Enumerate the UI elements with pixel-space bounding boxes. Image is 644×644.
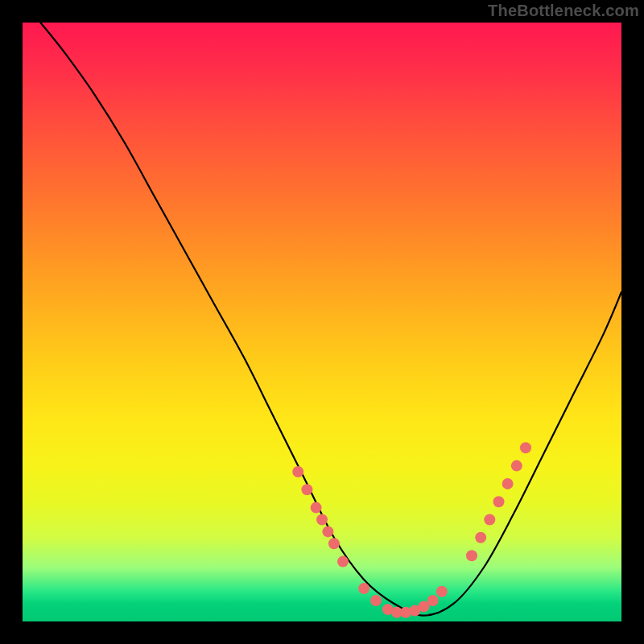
marker-dot bbox=[358, 583, 369, 594]
marker-dot bbox=[322, 526, 333, 537]
marker-dot bbox=[511, 460, 522, 472]
watermark-text: TheBottleneck.com bbox=[488, 2, 639, 20]
marker-dot bbox=[520, 442, 531, 453]
marker-dot bbox=[316, 514, 328, 526]
chart-svg bbox=[23, 23, 621, 621]
marker-dot bbox=[436, 586, 448, 597]
marker-dot bbox=[502, 478, 514, 489]
plot-area bbox=[23, 23, 621, 621]
marker-dot bbox=[311, 502, 322, 514]
marker-dot bbox=[292, 466, 303, 477]
marker-dot bbox=[427, 595, 439, 606]
marker-group bbox=[292, 442, 531, 618]
marker-dot bbox=[493, 496, 505, 507]
marker-dot bbox=[301, 484, 312, 495]
marker-dot bbox=[484, 514, 495, 526]
marker-dot bbox=[370, 595, 382, 606]
bottleneck-curve bbox=[40, 23, 621, 616]
marker-dot bbox=[475, 532, 486, 543]
marker-dot bbox=[466, 550, 477, 561]
marker-dot bbox=[337, 556, 349, 568]
chart-container: TheBottleneck.com bbox=[0, 0, 644, 644]
marker-dot bbox=[328, 538, 340, 549]
